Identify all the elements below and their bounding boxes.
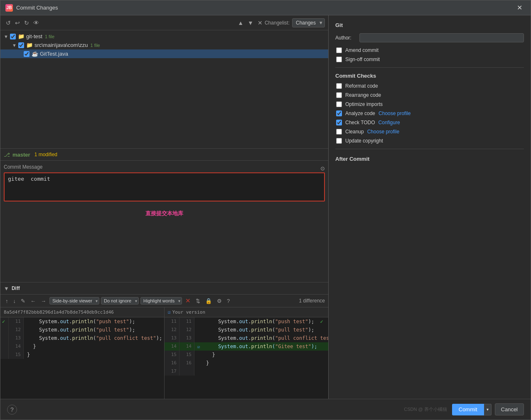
preview-button[interactable]: 👁 (31, 18, 41, 27)
viewer-select[interactable]: Side-by-side viewer (49, 297, 99, 305)
diff-close-btn[interactable]: ✕ (184, 296, 192, 305)
java-file-icon: ☕ (32, 51, 38, 57)
check-todo-checkbox[interactable] (336, 120, 342, 125)
update-copyright-checkbox[interactable] (336, 138, 342, 144)
signoff-commit-checkbox[interactable] (336, 56, 342, 62)
diff-down-btn[interactable]: ↓ (12, 297, 18, 305)
diff-prev-btn[interactable]: ← (29, 297, 37, 305)
viewer-dropdown-wrapper: Side-by-side viewer (49, 297, 99, 305)
left-line-num-12: 12 (9, 326, 24, 334)
commit-changes-dialog: JB Commit Changes ✕ ↺ ↩ ↻ 👁 ▲ ▼ ✕ Change… (0, 0, 531, 420)
branch-bar: ⎇ master 1 modified (0, 148, 328, 161)
analyze-code-row: Analyze code Choose profile (335, 111, 524, 116)
left-line-num-14: 14 (9, 342, 24, 351)
tree-subfolder-count: 1 file (90, 43, 100, 48)
tree-root-name: git-test (26, 33, 42, 39)
check-todo-row: Check TODO Configure (335, 120, 524, 125)
diff-right-line-16: 16 16 } (165, 359, 328, 367)
commit-split-button[interactable]: ▾ (484, 404, 492, 415)
left-line-code-14: } (24, 342, 164, 351)
right-line-code-11: System.out.println("push test"); ✓ (203, 317, 328, 326)
cancel-button[interactable]: Cancel (495, 403, 524, 415)
divider-2 (335, 149, 524, 149)
right-line-code-15: } (203, 351, 328, 359)
commit-button[interactable]: Commit (452, 404, 484, 415)
highlight-select[interactable]: Highlight words (140, 297, 182, 305)
tree-checkbox-file[interactable] (24, 51, 30, 57)
signoff-commit-row: Sign-off commit (335, 56, 524, 62)
diff-help-btn[interactable]: ? (225, 297, 231, 305)
diff-edit-btn[interactable]: ✎ (19, 297, 27, 305)
changelist-label: Changelist: (265, 20, 290, 26)
left-line-code-11: System.out.println("push test"); (24, 317, 164, 326)
diff-settings-btn[interactable]: ⚙ (215, 297, 224, 305)
tree-item-file[interactable]: ☕ GitTest.java (0, 49, 328, 58)
reformat-code-label: Reformat code (345, 83, 378, 89)
diff-next-btn[interactable]: → (39, 297, 48, 305)
dialog-title: Commit Changes (16, 5, 514, 11)
diff-up-btn[interactable]: ↑ (4, 297, 10, 305)
diff-section: ▼ Diff ↑ ↓ ✎ ← → Side-by-side viewer (0, 282, 328, 399)
diff-sync-btn[interactable]: ⇅ (194, 297, 202, 305)
diff-right-line-12: 12 12 System.out.println("pull test"); (165, 326, 328, 334)
undo-button[interactable]: ↩ (13, 18, 22, 27)
left-gutter-tick: ✓ (0, 317, 9, 326)
right-line-num1-13: 13 (165, 334, 179, 342)
diff-right-line-13: 13 13 System.out.println("pull conflict … (165, 334, 328, 342)
move-down-button[interactable]: ▼ (246, 18, 256, 27)
analyze-code-label: Analyze code (345, 111, 375, 116)
right-line-num2-11: 11 (179, 317, 194, 326)
right-check-17 (194, 367, 203, 376)
branch-modified: 1 modified (34, 152, 57, 157)
close-button[interactable]: ✕ (514, 2, 526, 13)
diff-left-line-12: 12 System.out.println("pull test"); (0, 326, 164, 334)
analyze-code-checkbox[interactable] (336, 111, 342, 116)
diff-right-header: ☑ Your version (165, 307, 328, 317)
tree-item-subfolder[interactable]: ▼ 📁 src\main\java\com\zzu 1 file (0, 41, 328, 49)
rollback-button[interactable]: ↺ (4, 18, 13, 27)
folder-icon: 📁 (18, 33, 25, 39)
commit-message-input[interactable]: gitee commit (4, 172, 325, 201)
optimize-imports-checkbox[interactable] (336, 101, 342, 107)
author-label: Author: (335, 35, 356, 41)
tree-checkbox-root[interactable] (10, 34, 16, 39)
reformat-code-checkbox[interactable] (336, 83, 342, 89)
tree-file-name: GitTest.java (40, 51, 68, 57)
help-button[interactable]: ? (7, 405, 17, 415)
branch-icon: ⎇ (4, 152, 10, 158)
ignore-select[interactable]: Do not ignore (101, 297, 139, 305)
close-button-small[interactable]: ✕ (256, 18, 265, 27)
right-line-num2-12: 12 (179, 326, 194, 334)
right-check-14: ☑ (194, 342, 203, 351)
diff-lock-btn[interactable]: 🔒 (204, 297, 214, 305)
left-gutter-12 (0, 326, 9, 334)
changelist-select[interactable]: Changes (292, 18, 325, 27)
amend-commit-checkbox[interactable] (336, 47, 342, 53)
refresh-button[interactable]: ↻ (22, 18, 31, 27)
app-icon-text: JB (7, 5, 12, 10)
analyze-code-profile-link[interactable]: Choose profile (379, 111, 411, 116)
rearrange-code-checkbox[interactable] (336, 92, 342, 98)
tree-checkbox-subfolder[interactable] (18, 42, 24, 48)
watermark: CSDN @ 养个小橘猫 (404, 406, 447, 413)
cleanup-label: Cleanup (345, 129, 364, 135)
diff-right-line-11: 11 11 System.out.println("push test"); ✓ (165, 317, 328, 326)
subfolder-icon: 📁 (26, 42, 33, 48)
right-check-13 (194, 334, 203, 342)
signoff-commit-label: Sign-off commit (345, 56, 380, 62)
diff-header[interactable]: ▼ Diff (0, 282, 328, 294)
check-todo-configure-link[interactable]: Configure (379, 120, 400, 125)
main-content: ↺ ↩ ↻ 👁 ▲ ▼ ✕ Changelist: Changes (0, 15, 531, 399)
author-input[interactable] (359, 33, 524, 42)
reformat-code-row: Reformat code (335, 83, 524, 89)
left-gutter-15 (0, 351, 9, 359)
tree-item-root[interactable]: ▼ 📁 git-test 1 file (0, 32, 328, 41)
rearrange-code-label: Rearrange code (345, 92, 381, 98)
commit-msg-expand[interactable]: ⊙ (320, 165, 325, 172)
move-up-button[interactable]: ▲ (236, 18, 246, 27)
right-line-num1-14: 14 (165, 342, 179, 351)
cleanup-profile-link[interactable]: Choose profile (367, 129, 399, 135)
right-line-num2-14: 14 (179, 342, 194, 351)
right-line-num1-17: 17 (165, 367, 179, 376)
cleanup-checkbox[interactable] (336, 129, 342, 135)
